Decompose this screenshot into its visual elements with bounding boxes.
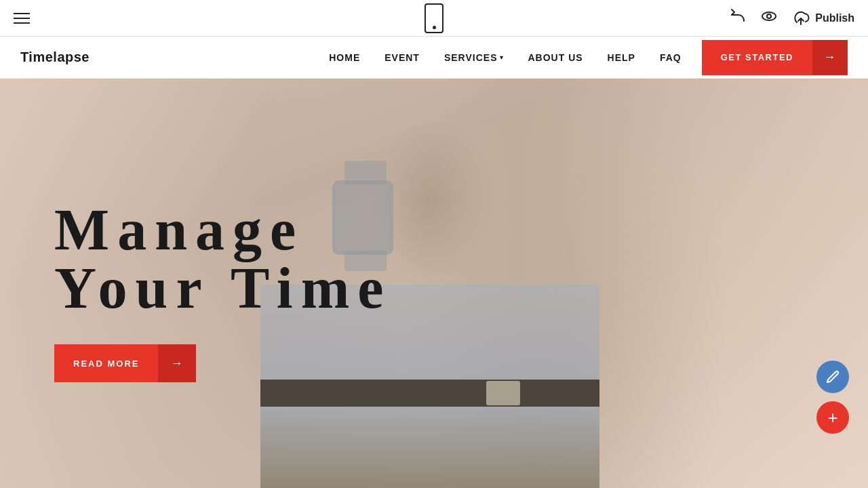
read-more-button[interactable]: READ MORE → — [54, 344, 196, 382]
nav-item-event[interactable]: EVENT — [384, 52, 420, 64]
mobile-preview-icon[interactable] — [425, 3, 443, 33]
add-fab-button[interactable]: + — [816, 401, 849, 434]
toolbar-left — [14, 13, 30, 24]
nav-item-about[interactable]: ABOUT US — [528, 52, 583, 64]
nav-links: HOME EVENT SERVICES ▾ ABOUT US HELP FAQ — [329, 52, 681, 64]
get-started-button[interactable]: GET STARTED → — [702, 40, 848, 75]
hero-title-line2: Your Time — [54, 256, 391, 321]
edit-fab-button[interactable] — [816, 361, 849, 393]
toolbar-right: Publish — [730, 8, 854, 28]
undo-button[interactable] — [730, 8, 746, 28]
toolbar: Publish — [0, 0, 868, 37]
fab-container: + — [816, 361, 849, 434]
menu-icon[interactable] — [14, 13, 30, 24]
publish-label: Publish — [815, 12, 854, 24]
add-fab-icon: + — [827, 407, 837, 428]
nav-item-services[interactable]: SERVICES ▾ — [444, 52, 504, 63]
nav-item-faq[interactable]: FAQ — [660, 52, 682, 64]
belt-buckle-decoration — [486, 381, 520, 405]
read-more-group: READ MORE → — [54, 344, 391, 382]
read-more-arrow-icon: → — [158, 344, 196, 382]
preview-button[interactable] — [760, 8, 778, 28]
svg-point-0 — [762, 12, 776, 20]
hero-title: Manage Your Time — [54, 201, 391, 317]
services-chevron-icon: ▾ — [500, 54, 503, 61]
svg-point-1 — [767, 14, 771, 18]
hero-content: Manage Your Time READ MORE → — [54, 201, 391, 382]
read-more-label: READ MORE — [54, 359, 158, 369]
toolbar-center — [425, 3, 443, 33]
publish-button[interactable]: Publish — [792, 11, 854, 26]
nav-item-help[interactable]: HELP — [608, 52, 635, 64]
get-started-arrow-icon: → — [812, 40, 848, 75]
hero-section: Manage Your Time READ MORE → + — [0, 79, 868, 488]
brand-logo[interactable]: Timelapse — [20, 49, 90, 65]
belt-decoration — [260, 380, 599, 407]
get-started-label: GET STARTED — [702, 52, 812, 62]
nav-item-home[interactable]: HOME — [329, 52, 360, 64]
navbar: Timelapse HOME EVENT SERVICES ▾ ABOUT US… — [0, 37, 868, 79]
hero-title-line1: Manage — [54, 197, 304, 262]
